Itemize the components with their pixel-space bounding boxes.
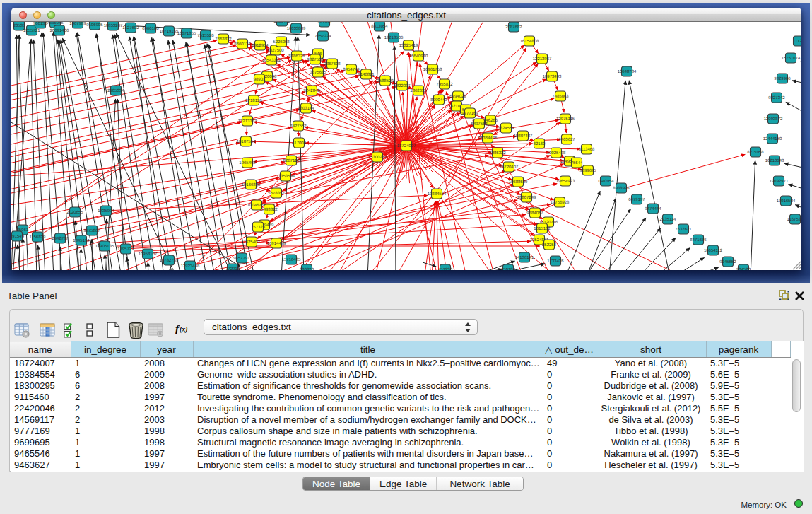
svg-text:9146821: 9146821	[358, 72, 375, 77]
svg-text:8454749: 8454749	[343, 67, 360, 72]
svg-text:6497568: 6497568	[471, 122, 488, 127]
svg-text:10107554: 10107554	[237, 139, 256, 144]
svg-text:19166825: 19166825	[242, 182, 261, 187]
svg-text:19756928: 19756928	[551, 200, 570, 205]
svg-text:2087682: 2087682	[505, 25, 522, 30]
svg-text:16210643: 16210643	[765, 158, 784, 163]
svg-text:9777169: 9777169	[461, 111, 478, 116]
svg-text:7515526: 7515526	[197, 33, 214, 38]
svg-text:12213967: 12213967	[533, 57, 552, 62]
svg-text:16961758: 16961758	[423, 67, 442, 72]
svg-text:10046765: 10046765	[247, 203, 266, 208]
svg-text:8427552: 8427552	[290, 124, 307, 129]
svg-text:(x): (x)	[180, 325, 188, 334]
svg-text:904520: 904520	[736, 267, 751, 270]
svg-text:9327508: 9327508	[307, 57, 324, 62]
svg-text:1156829: 1156829	[30, 235, 47, 240]
svg-text:62160: 62160	[534, 141, 546, 146]
svg-text:15751074: 15751074	[782, 56, 801, 61]
svg-text:10719155: 10719155	[160, 29, 179, 34]
svg-text:19218506: 19218506	[384, 35, 404, 40]
svg-text:3875685: 3875685	[310, 70, 326, 75]
svg-text:650184: 650184	[501, 267, 516, 270]
svg-text:9474444: 9474444	[645, 206, 661, 211]
svg-text:75644: 75644	[571, 160, 583, 165]
svg-text:7336045: 7336045	[47, 22, 64, 25]
svg-text:19654923: 19654923	[556, 179, 575, 184]
svg-text:8186328: 8186328	[288, 54, 305, 59]
svg-text:12213383: 12213383	[238, 119, 257, 124]
svg-text:9106905: 9106905	[86, 23, 103, 28]
svg-text:921185: 921185	[317, 22, 331, 25]
svg-text:5493822: 5493822	[261, 207, 278, 212]
svg-text:10648784: 10648784	[618, 69, 637, 74]
svg-text:16782759: 16782759	[160, 258, 179, 263]
svg-text:8660124: 8660124	[234, 42, 251, 47]
svg-text:8813054: 8813054	[371, 24, 388, 29]
svg-text:6966160: 6966160	[142, 26, 159, 31]
svg-text:10807487: 10807487	[514, 134, 533, 139]
svg-text:7625402: 7625402	[243, 240, 260, 245]
svg-text:20364436: 20364436	[478, 136, 498, 141]
svg-text:7485063: 7485063	[552, 94, 569, 99]
svg-text:1362635: 1362635	[410, 88, 427, 93]
svg-text:20535: 20535	[13, 23, 25, 28]
svg-text:5578352: 5578352	[268, 191, 285, 196]
svg-text:10654112: 10654112	[704, 248, 723, 253]
svg-text:16671355: 16671355	[177, 31, 196, 36]
svg-text:9329966: 9329966	[774, 76, 791, 81]
svg-text:8990443: 8990443	[430, 98, 447, 103]
svg-text:15716485: 15716485	[282, 257, 301, 262]
svg-text:17016504: 17016504	[777, 199, 796, 204]
svg-text:9242848: 9242848	[303, 88, 320, 93]
svg-text:3824554: 3824554	[498, 126, 514, 131]
svg-text:252254: 252254	[542, 243, 557, 247]
svg-text:451230: 451230	[438, 267, 453, 270]
svg-text:9899695: 9899695	[579, 168, 596, 173]
svg-text:2588520: 2588520	[377, 78, 394, 83]
svg-text:772911: 772911	[225, 267, 240, 270]
svg-text:10958107: 10958107	[139, 252, 158, 257]
svg-text:8938928: 8938928	[613, 186, 630, 191]
svg-text:1733426: 1733426	[547, 259, 564, 264]
svg-text:1615132: 1615132	[534, 226, 551, 231]
svg-text:20691406: 20691406	[50, 28, 69, 33]
svg-text:1167533: 1167533	[787, 217, 801, 222]
svg-text:2942737: 2942737	[52, 236, 69, 241]
svg-text:11353594: 11353594	[276, 174, 295, 179]
svg-text:16543362: 16543362	[262, 58, 281, 63]
svg-text:960133: 960133	[33, 22, 48, 26]
svg-text:15300275: 15300275	[368, 155, 387, 160]
svg-text:2055721: 2055721	[23, 28, 40, 33]
svg-text:1803442: 1803442	[273, 22, 290, 24]
svg-text:1735994: 1735994	[98, 209, 114, 214]
svg-text:1795722: 1795722	[117, 247, 134, 252]
svg-text:9884067: 9884067	[526, 211, 543, 216]
svg-text:5822037: 5822037	[394, 83, 411, 88]
svg-text:417004: 417004	[292, 141, 307, 146]
svg-text:2367608: 2367608	[324, 62, 341, 66]
svg-text:157323: 157323	[251, 225, 266, 230]
svg-text:16640910: 16640910	[409, 54, 428, 59]
svg-text:1345194: 1345194	[73, 238, 90, 243]
svg-text:14136141: 14136141	[515, 255, 534, 260]
svg-text:98901: 98901	[254, 77, 266, 82]
svg-text:7986322: 7986322	[489, 151, 506, 156]
svg-text:7857224: 7857224	[314, 34, 331, 39]
svg-text:15720407: 15720407	[500, 165, 519, 170]
svg-text:10973493: 10973493	[543, 74, 562, 79]
svg-text:6794028: 6794028	[449, 94, 466, 99]
svg-text:2718126: 2718126	[245, 98, 262, 103]
svg-text:1640954: 1640954	[597, 179, 614, 184]
svg-text:8267110: 8267110	[283, 158, 300, 163]
svg-text:1965493: 1965493	[239, 160, 256, 165]
svg-text:11121: 11121	[793, 39, 801, 44]
svg-text:830320: 830320	[300, 267, 314, 270]
svg-text:10853267: 10853267	[104, 23, 123, 28]
svg-text:16033809: 16033809	[287, 26, 306, 31]
svg-text:12093872: 12093872	[764, 117, 783, 122]
svg-text:8471676: 8471676	[690, 238, 707, 243]
svg-text:13325419: 13325419	[399, 43, 418, 48]
svg-text:1067989: 1067989	[69, 22, 86, 26]
svg-text:10025438: 10025438	[547, 151, 566, 156]
